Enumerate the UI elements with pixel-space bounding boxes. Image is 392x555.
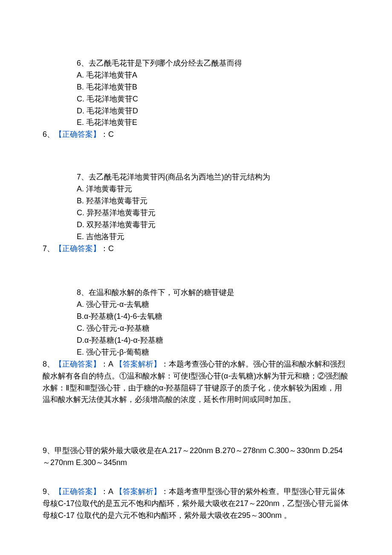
option-e: E. 强心苷元-β-葡萄糖 [77,347,349,358]
answer-7: 7、【正确答案】：C [43,243,349,255]
answer-prefix: 6、 [43,130,55,139]
spacer [43,146,349,171]
option-e: E. 吉他洛苷元 [77,231,349,243]
answer-6: 6、【正确答案】：C [43,129,349,141]
answer-value: ：A [101,487,115,496]
question-8-options: A. 强心苷元-α-去氧糖 B.α-羟基糖(1-4)-6-去氧糖 C. 强心苷元… [43,299,349,358]
correct-answer-label: 【正确答案】 [55,130,101,139]
option-a: A. 毛花洋地黄苷A [77,69,349,81]
explanation-label: 【答案解析】 [115,487,161,496]
option-b: B.α-羟基糖(1-4)-6-去氧糖 [77,311,349,323]
answer-value: ：A [101,360,115,368]
option-d: D. 毛花洋地黄苷D [77,105,349,117]
option-d: D.α-羟基糖(1-4)-α-羟基糖 [77,335,349,347]
answer-prefix: 8、 [43,360,55,368]
document-page: 6、去乙酰毛花苷是下列哪个成分经去乙酰基而得 A. 毛花洋地黄苷A B. 毛花洋… [0,0,392,555]
answer-value: ：C [101,130,114,139]
answer-prefix: 7、 [43,244,55,253]
question-7-options: A. 洋地黄毒苷元 B. 羟基洋地黄毒苷元 C. 异羟基洋地黄毒苷元 D. 双羟… [43,183,349,243]
option-c: C. 异羟基洋地黄毒苷元 [77,207,349,219]
question-8: 8、在温和酸水解的条件下，可水解的糖苷键是 A. 强心苷元-α-去氧糖 B.α-… [43,287,349,406]
question-8-stem: 8、在温和酸水解的条件下，可水解的糖苷键是 [43,287,349,299]
spacer [43,411,349,445]
spacer [43,260,349,287]
question-7: 7、去乙酰毛花洋地黄苷丙(商品名为西地兰)的苷元结构为 A. 洋地黄毒苷元 B.… [43,171,349,254]
option-e: E. 毛花洋地黄苷E [77,117,349,129]
question-6: 6、去乙酰毛花苷是下列哪个成分经去乙酰基而得 A. 毛花洋地黄苷A B. 毛花洋… [43,58,349,141]
explanation-label: 【答案解析】 [115,360,161,368]
answer-prefix: 9、 [43,487,55,496]
question-7-stem: 7、去乙酰毛花洋地黄苷丙(商品名为西地兰)的苷元结构为 [43,171,349,183]
option-b: B. 羟基洋地黄毒苷元 [77,195,349,207]
spacer [43,469,349,486]
option-d: D. 双羟基洋地黄毒苷元 [77,219,349,231]
question-9-stem: 9、甲型强心苷的紫外最大吸收是在A.217～220nm B.270～278nm … [43,445,349,469]
correct-answer-label: 【正确答案】 [55,360,101,368]
question-6-stem: 6、去乙酰毛花苷是下列哪个成分经去乙酰基而得 [43,58,349,69]
correct-answer-label: 【正确答案】 [55,244,101,253]
question-9: 9、甲型强心苷的紫外最大吸收是在A.217～220nm B.270～278nm … [43,445,349,521]
answer-8: 8、【正确答案】：A 【答案解析】：本题考查强心苷的水解。强心苷的温和酸水解和强… [43,358,349,406]
option-c: C. 强心苷元-α-羟基糖 [77,323,349,335]
option-b: B. 毛花洋地黄苷B [77,81,349,93]
option-a: A. 强心苷元-α-去氧糖 [77,299,349,311]
option-a: A. 洋地黄毒苷元 [77,183,349,195]
answer-9: 9、【正确答案】：A 【答案解析】：本题考查甲型强心苷的紫外检查。甲型强心苷元甾… [43,486,349,522]
correct-answer-label: 【正确答案】 [55,487,101,496]
option-c: C. 毛花洋地黄苷C [77,93,349,105]
question-6-options: A. 毛花洋地黄苷A B. 毛花洋地黄苷B C. 毛花洋地黄苷C D. 毛花洋地… [43,69,349,129]
answer-value: ：C [101,244,114,253]
